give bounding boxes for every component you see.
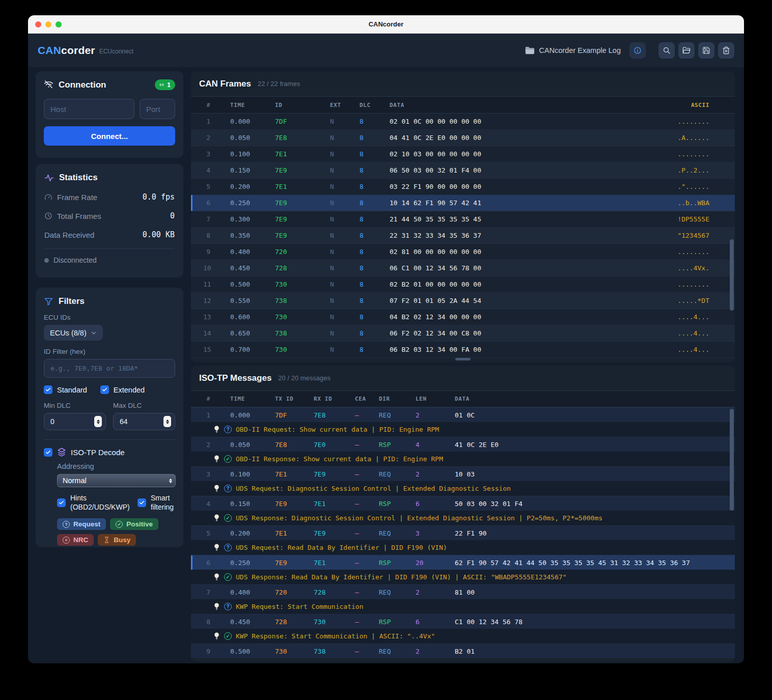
host-input[interactable] [44,99,134,119]
cell-data: 06 B2 03 12 34 00 FA 00 [390,346,677,353]
can-frame-row[interactable]: 140.650738N806 F2 02 12 34 00 C8 00....4… [191,325,735,342]
question-circle-icon: ? [63,521,70,528]
cell-length: 2 [416,589,455,596]
info-button[interactable] [629,42,646,59]
can-frame-row[interactable]: 30.1007E1N802 10 03 00 00 00 00 00......… [191,146,735,162]
badge-busy[interactable]: Busy [98,534,136,546]
isotp-title: ISO-TP Messages [199,373,271,383]
isotp-message-row[interactable]: 60.2507E97E1–RSP2062 F1 90 57 42 41 44 5… [191,555,735,570]
cell-ascii: ....4Vx. [677,264,709,272]
can-frame-row[interactable]: 70.3007E9N821 44 50 35 35 35 35 45!DP555… [191,211,735,228]
stepper-arrows-icon[interactable] [94,416,102,427]
save-button[interactable] [698,42,714,59]
cell-data: 06 C1 00 12 34 56 78 00 [390,264,677,272]
isotp-message-row[interactable]: 80.450728730–RSP6C1 00 12 34 56 78 [191,614,735,629]
isotp-vertical-scrollbar[interactable] [730,409,734,511]
cell-ext: N [330,215,360,223]
cell-time: 0.200 [230,529,275,537]
cell-number: 13 [203,313,230,321]
cell-time: 0.000 [230,118,275,125]
clear-button[interactable] [718,42,734,59]
can-frame-row[interactable]: 60.2507E9N810 14 62 F1 90 57 42 41..b..W… [191,195,735,211]
isotp-message-row[interactable]: 20.0507E87E0–RSP441 0C 2E E0 [191,437,735,452]
can-frame-row[interactable]: 40.1507E9N806 50 03 00 32 01 F4 00.P..2.… [191,162,735,179]
max-dlc-stepper[interactable]: 64 [113,413,175,430]
extended-checkbox[interactable]: Extended [100,385,145,394]
ecu-ids-label: ECU IDs [44,314,175,321]
connect-button[interactable]: Connect... [44,126,175,146]
cell-rx-id: 730 [314,618,355,626]
cell-ext: N [330,118,360,125]
cell-direction: REQ [379,470,416,478]
cell-direction: REQ [379,589,416,596]
standard-checkbox[interactable]: Standard [44,385,87,394]
can-frame-row[interactable]: 50.2007E1N803 22 F1 90 00 00 00 00."....… [191,179,735,195]
cell-direction: REQ [379,529,416,537]
cell-direction: RSP [379,618,416,626]
cell-ext: N [330,248,360,256]
isotp-message-row[interactable]: 30.1007E17E9–REQ210 03 [191,466,735,481]
statistics-panel: Statistics Frame Rate 0.0 fps Total Fram… [36,164,183,277]
isotp-message-row[interactable]: 70.400720728–REQ281 00 [191,584,735,599]
smart-filtering-checkbox[interactable]: Smartfiltering [137,494,174,512]
port-input[interactable] [140,99,175,119]
isotp-message-row[interactable]: 50.2007E17E9–REQ322 F1 90 [191,525,735,540]
addressing-select[interactable]: Normal [57,474,176,487]
isotp-hint-row: ✓OBD-II Response: Show current data | PI… [191,452,735,466]
hint-text: KWP Request: Start Communication [236,603,363,610]
can-frame-row[interactable]: 10.0007DFN802 01 0C 00 00 00 00 00......… [191,114,735,130]
can-horizontal-scrollbar[interactable] [455,358,471,360]
hint-type-badges: ?Request✓Positive×NRCBusy [57,518,179,546]
isotp-message-row[interactable]: 40.1507E97E1–RSP650 03 00 32 01 F4 [191,496,735,511]
can-frame-row[interactable]: 100.450728N806 C1 00 12 34 56 78 00....4… [191,260,735,276]
cell-ext: N [330,166,360,174]
cell-number: 7 [203,589,230,596]
activity-icon [44,173,54,183]
cell-number: 1 [203,411,230,419]
cell-dlc: 8 [360,118,390,125]
can-frame-row[interactable]: 110.500730N802 B2 01 00 00 00 00 00.....… [191,276,735,293]
cell-number: 2 [203,134,230,142]
cell-length: 3 [416,529,455,537]
cell-ascii: ........ [677,281,709,288]
cell-id: 7E9 [275,199,330,207]
ecu-ids-dropdown[interactable]: ECUs (8/8) [44,325,103,341]
badge-label: Busy [114,536,130,544]
app-logo: CANcorder [38,44,95,57]
can-frame-row[interactable]: 90.400720N802 81 00 00 00 00 00 00......… [191,244,735,260]
cell-tx-id: 7DF [275,411,314,419]
cell-id: 7E1 [275,183,330,190]
isotp-decode-checkbox[interactable]: ISO-TP Decode [44,447,175,457]
stepper-arrows-icon[interactable] [163,416,171,427]
search-button[interactable] [658,42,675,59]
cell-time: 0.350 [230,232,275,239]
isotp-message-row[interactable]: 10.0007DF7E8–REQ201 0C [191,407,735,422]
id-filter-input[interactable] [44,359,175,378]
cell-dlc: 8 [360,199,390,207]
cell-time: 0.050 [230,134,275,142]
can-frame-row[interactable]: 80.3507E9N822 31 32 33 34 35 36 37"12345… [191,228,735,244]
cell-number: 15 [203,346,230,353]
cell-number: 3 [203,150,230,158]
can-vertical-scrollbar[interactable] [730,239,734,311]
cell-time: 0.400 [230,248,275,256]
can-frame-row[interactable]: 120.550738N807 F2 01 01 05 2A 44 54.....… [191,293,735,309]
badge-request[interactable]: ?Request [57,518,106,530]
cell-time: 0.100 [230,470,275,478]
can-frame-row[interactable]: 150.700730N806 B2 03 12 34 00 FA 00....4… [191,342,735,358]
cell-time: 0.250 [230,559,275,567]
badge-nrc[interactable]: ×NRC [57,534,94,546]
connection-panel: Connection 1 Connect... [36,71,183,158]
min-dlc-stepper[interactable]: 0 [44,413,106,430]
can-frame-row[interactable]: 20.0507E8N804 41 0C 2E E0 00 00 00.A....… [191,130,735,146]
cell-tx-id: 7E8 [275,441,314,449]
badge-positive[interactable]: ✓Positive [110,518,158,530]
isotp-message-row[interactable]: 90.500730738–REQ2B2 01 [191,643,735,658]
cell-data: 04 41 0C 2E E0 00 00 00 [390,134,677,142]
can-frame-row[interactable]: 130.600730N804 B2 02 12 34 00 00 00....4… [191,309,735,325]
cell-ext: N [330,297,360,304]
open-file-button[interactable] [678,42,695,59]
question-circle-icon: ? [224,485,232,492]
hints-checkbox[interactable]: Hints(OBD2/UDS/KWP) [57,494,137,512]
isotp-hint-row: ?OBD-II Request: Show current data | PID… [191,422,735,437]
